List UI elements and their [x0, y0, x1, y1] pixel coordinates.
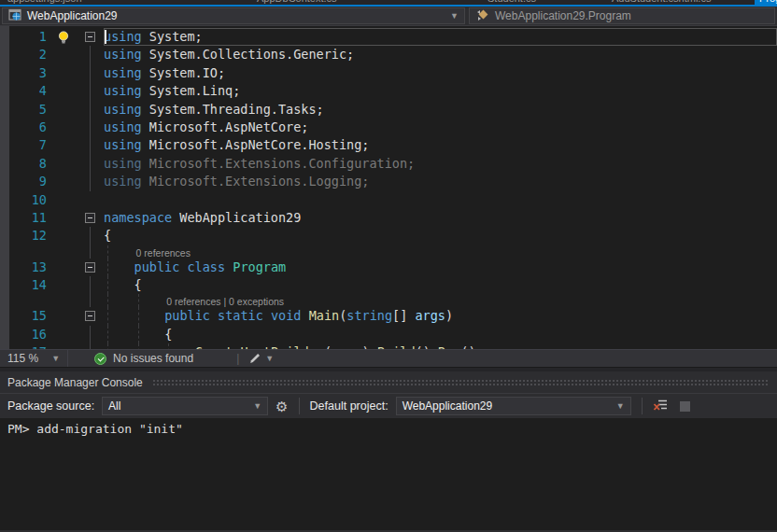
default-project-dropdown[interactable]: WebApplication29 ▼: [396, 397, 631, 415]
editor-status-bar: 115 % ▼ No issues found | ▼: [0, 349, 777, 367]
fold-collapse-box[interactable]: [85, 213, 95, 223]
fold-margin[interactable]: [82, 276, 104, 294]
code-content[interactable]: {: [104, 326, 777, 343]
code-content[interactable]: using Microsoft.Extensions.Logging;: [104, 173, 777, 190]
document-tab[interactable]: appsettings.json: [7, 0, 82, 7]
code-content[interactable]: public static void Main(string[] args): [104, 307, 777, 325]
code-content[interactable]: 0 references: [104, 245, 777, 259]
glyph-margin[interactable]: [49, 276, 82, 294]
pmc-title-bar[interactable]: Package Manager Console: [0, 371, 777, 394]
document-tab[interactable]: Program.cs: [755, 0, 777, 7]
fold-margin[interactable]: [82, 46, 104, 63]
code-content[interactable]: using System.Collections.Generic;: [104, 46, 777, 63]
line-number: 4: [0, 82, 49, 100]
fold-margin[interactable]: [82, 294, 104, 307]
fold-collapse-box[interactable]: [85, 262, 95, 273]
fold-margin[interactable]: [82, 64, 104, 82]
code-content[interactable]: 0 references | 0 exceptions: [104, 294, 777, 307]
zoom-selector[interactable]: 115 % ▼: [0, 350, 68, 367]
stop-button[interactable]: [680, 401, 690, 412]
code-content[interactable]: using Microsoft.AspNetCore;: [104, 119, 777, 136]
glyph-margin[interactable]: [49, 155, 82, 173]
glyph-margin[interactable]: [49, 191, 82, 209]
glyph-margin[interactable]: [49, 101, 82, 119]
code-content[interactable]: public class Program: [104, 259, 777, 276]
line-number: 3: [0, 64, 49, 82]
fold-margin[interactable]: [82, 28, 104, 46]
codelens-row: 0 references | 0 exceptions: [0, 294, 777, 307]
code-text: using System;: [104, 28, 203, 46]
code-content[interactable]: using System;: [104, 28, 777, 46]
code-content[interactable]: using System.Threading.Tasks;: [104, 101, 777, 119]
glyph-margin[interactable]: [49, 307, 82, 325]
glyph-margin[interactable]: [49, 119, 82, 136]
code-line: 15public static void Main(string[] args): [0, 307, 777, 325]
code-content[interactable]: {: [104, 227, 777, 245]
fold-margin[interactable]: [82, 119, 104, 136]
fold-margin[interactable]: [82, 173, 104, 190]
fold-margin[interactable]: [82, 307, 104, 325]
glyph-margin[interactable]: [49, 209, 82, 227]
glyph-margin[interactable]: [49, 259, 82, 276]
package-source-dropdown[interactable]: All ▼: [102, 397, 268, 415]
indent-guide: [107, 276, 108, 294]
glyph-margin[interactable]: [49, 173, 82, 190]
fold-margin[interactable]: [82, 136, 104, 154]
chevron-down-icon: ▼: [616, 401, 625, 411]
glyph-margin[interactable]: [49, 245, 82, 259]
code-content[interactable]: using System.Linq;: [104, 82, 777, 100]
code-line: 9using Microsoft.Extensions.Logging;: [0, 173, 777, 190]
line-number: 11: [0, 209, 49, 227]
fold-collapse-box[interactable]: [85, 311, 95, 321]
glyph-margin[interactable]: [49, 64, 82, 82]
fold-margin[interactable]: [82, 209, 104, 227]
glyph-margin[interactable]: [49, 227, 82, 245]
no-issues-check-icon[interactable]: [94, 353, 106, 365]
fold-margin[interactable]: [82, 245, 104, 259]
indent-guide: [168, 343, 169, 349]
fold-margin[interactable]: [82, 227, 104, 245]
code-content[interactable]: [104, 191, 777, 209]
indent-guide: [138, 294, 139, 307]
code-content[interactable]: using Microsoft.AspNetCore.Hosting;: [104, 136, 777, 154]
fold-margin[interactable]: [82, 326, 104, 343]
code-editor[interactable]: 1using System;2using System.Collections.…: [0, 26, 777, 349]
fold-collapse-box[interactable]: [85, 32, 95, 42]
web-project-icon: [8, 8, 21, 24]
clear-console-button[interactable]: [653, 398, 669, 414]
code-line: 10: [0, 191, 777, 209]
fold-margin[interactable]: [82, 82, 104, 100]
codelens-text[interactable]: 0 references | 0 exceptions: [104, 296, 284, 307]
code-content[interactable]: using Microsoft.Extensions.Configuration…: [104, 155, 777, 173]
code-content[interactable]: {: [104, 276, 777, 294]
fold-margin[interactable]: [82, 101, 104, 119]
code-content[interactable]: CreateHostBuilder(args).Build().Run();: [104, 343, 777, 349]
type-dropdown[interactable]: WebApplication29.Program: [469, 7, 775, 24]
glyph-margin[interactable]: [49, 136, 82, 154]
code-content[interactable]: namespace WebApplication29: [104, 209, 777, 227]
document-tab-strip: appsettings.jsonAppDbContext.csStudent.c…: [0, 0, 777, 7]
code-content[interactable]: using System.IO;: [104, 64, 777, 82]
package-source-settings-button[interactable]: ⚙: [275, 399, 288, 413]
document-tab[interactable]: Student.cs: [487, 0, 536, 7]
glyph-margin[interactable]: [49, 82, 82, 100]
document-tab[interactable]: AddStudent.cshtml.cs: [612, 0, 711, 7]
chevron-down-icon: ▼: [51, 354, 60, 363]
codelens-text[interactable]: 0 references: [104, 247, 191, 259]
glyph-margin[interactable]: [49, 294, 82, 307]
fold-margin[interactable]: [82, 155, 104, 173]
fold-margin[interactable]: [82, 191, 104, 209]
project-dropdown[interactable]: WebApplication29 ▼: [2, 7, 465, 24]
pmc-console[interactable]: PM> add-migration "init": [0, 418, 777, 530]
glyph-margin[interactable]: [49, 28, 82, 46]
glyph-margin[interactable]: [49, 343, 82, 349]
line-number: 12: [0, 227, 49, 245]
glyph-margin[interactable]: [49, 326, 82, 343]
code-cleanup-button[interactable]: ▼: [248, 352, 274, 365]
document-tab[interactable]: AppDbContext.cs: [257, 0, 337, 7]
glyph-margin[interactable]: [49, 46, 82, 63]
code-line: 4using System.Linq;: [0, 82, 777, 100]
lightbulb-icon: [56, 30, 71, 46]
fold-margin[interactable]: [82, 343, 104, 349]
fold-margin[interactable]: [82, 259, 104, 276]
